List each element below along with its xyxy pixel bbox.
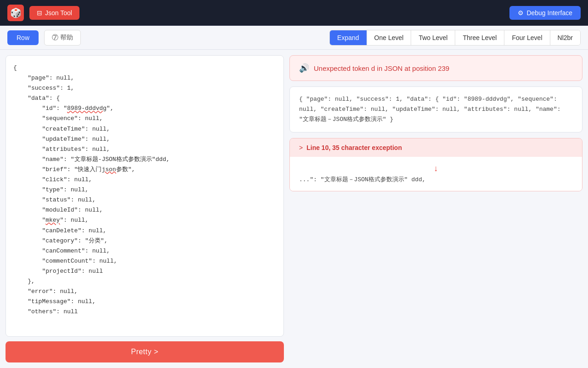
id-value: 8989-dddvdg	[67, 105, 107, 112]
json-preview-box: { "page": null, "success": 1, "data": { …	[289, 86, 582, 132]
tab-three-level[interactable]: Three Level	[455, 30, 504, 45]
app-header: 🎲 ⊟ Json Tool ⚙ Debug Interface	[0, 0, 588, 26]
error-message-text: Unexpected token d in JSON at position 2…	[314, 64, 449, 72]
debug-interface-button[interactable]: ⚙ Debug Interface	[509, 6, 581, 20]
error-message-box: 🔊 Unexpected token d in JSON at position…	[289, 55, 582, 81]
app-logo: 🎲	[7, 5, 24, 21]
debug-icon: ⚙	[518, 9, 524, 17]
chevron-right-icon: >	[299, 144, 303, 151]
json-preview-text: { "page": null, "success": 1, "data": { …	[299, 96, 561, 123]
pretty-btn-wrap: Pretty >	[6, 337, 284, 362]
tab-two-level[interactable]: Two Level	[411, 30, 455, 45]
tab-expand[interactable]: Expand	[330, 30, 367, 45]
toolbar: Row ⑦ 帮助 Expand One Level Two Level Thre…	[0, 26, 588, 50]
row-button[interactable]: Row	[7, 30, 39, 45]
json-tool-icon: ⊟	[37, 9, 42, 17]
tab-group: Expand One Level Two Level Three Level F…	[329, 30, 581, 46]
json-tool-label: Json Tool	[45, 9, 72, 17]
help-button[interactable]: ⑦ 帮助	[44, 30, 81, 46]
tab-one-level[interactable]: One Level	[367, 30, 412, 45]
json-keyword: json	[102, 166, 116, 173]
main-content: { "page": null, "success": 1, "data": { …	[0, 50, 588, 368]
right-panel: 🔊 Unexpected token d in JSON at position…	[289, 50, 588, 368]
tab-four-level[interactable]: Four Level	[504, 30, 550, 45]
arrow-down-icon: ↓	[299, 162, 573, 175]
left-panel: { "page": null, "success": 1, "data": { …	[0, 50, 289, 368]
error-detail-body: ↓ ...": "文章标题－JSON格式参数演示" ddd,	[290, 157, 582, 191]
json-tool-button[interactable]: ⊟ Json Tool	[29, 6, 79, 20]
json-editor[interactable]: { "page": null, "success": 1, "data": { …	[6, 55, 284, 337]
header-left: 🎲 ⊟ Json Tool	[7, 5, 79, 21]
debug-label: Debug Interface	[526, 9, 572, 17]
error-icon: 🔊	[299, 63, 309, 73]
error-detail-box: > Line 10, 35 character exception ↓ ..."…	[289, 138, 582, 191]
error-line-text: ...": "文章标题－JSON格式参数演示" ddd,	[299, 175, 573, 184]
tab-nl2br[interactable]: Nl2br	[550, 30, 580, 45]
error-detail-header[interactable]: > Line 10, 35 character exception	[290, 138, 582, 157]
pretty-button[interactable]: Pretty >	[6, 341, 284, 362]
error-detail-title: Line 10, 35 character exception	[306, 144, 402, 151]
mkey-keyword: mkey	[45, 217, 60, 224]
